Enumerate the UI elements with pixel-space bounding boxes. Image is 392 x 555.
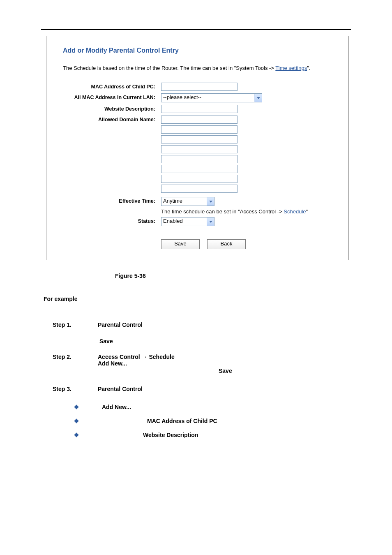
bullet-3: Website Description xyxy=(75,432,392,438)
intro-suffix: ". xyxy=(307,65,310,71)
allowed-domain-input-7[interactable] xyxy=(161,175,238,183)
bullet-1: Add New... xyxy=(75,404,392,410)
step-3-text: Parental Control xyxy=(98,386,348,392)
allowed-domain-input-2[interactable] xyxy=(161,125,238,134)
schedule-intro: The Schedule is based on the time of the… xyxy=(63,65,344,71)
status-select[interactable]: Enabled xyxy=(161,217,214,226)
effective-time-select[interactable]: Anytime xyxy=(161,197,214,206)
step-2-label: Step 2. xyxy=(53,354,98,367)
header-rule xyxy=(41,29,351,30)
example-heading: For example xyxy=(44,296,392,302)
chevron-down-icon xyxy=(254,94,262,102)
label-allowed-domain: Allowed Domain Name: xyxy=(63,116,161,123)
step-row-3: Step 3. Parental Control xyxy=(53,386,348,392)
status-selected: Enabled xyxy=(161,217,207,226)
bullet-2-text: MAC Address of Child PC xyxy=(147,418,217,424)
diamond-icon xyxy=(74,419,78,423)
all-mac-select[interactable]: --please select-- xyxy=(161,93,262,102)
mac-child-input[interactable] xyxy=(161,83,238,91)
save-button[interactable]: Save xyxy=(161,239,200,249)
diamond-icon xyxy=(74,405,78,409)
example-rule xyxy=(44,304,93,304)
back-button[interactable]: Back xyxy=(207,239,246,249)
label-website-desc: Website Description: xyxy=(63,105,161,112)
allowed-domain-input-8[interactable] xyxy=(161,185,238,193)
step-row-2: Step 2. Access Control → Schedule Add Ne… xyxy=(53,354,348,367)
chevron-down-icon xyxy=(207,217,214,226)
effective-time-selected: Anytime xyxy=(161,197,207,206)
step-2-save: Save xyxy=(219,368,392,374)
schedule-link[interactable]: Schedule xyxy=(284,208,306,215)
figure-caption: Figure 5-36 xyxy=(115,273,392,279)
step-3-label: Step 3. xyxy=(53,386,98,392)
label-effective-time: Effective Time: xyxy=(63,197,161,204)
allowed-domain-input-3[interactable] xyxy=(161,135,238,143)
step-1-save: Save xyxy=(99,338,392,345)
label-all-mac: All MAC Address In Current LAN: xyxy=(63,93,161,100)
intro-prefix: The Schedule is based on the time of the… xyxy=(63,65,275,71)
label-status: Status: xyxy=(63,217,161,224)
hint-suffix: " xyxy=(306,208,308,215)
allowed-domain-stack xyxy=(161,116,344,194)
bullets-block: Add New... MAC Address of Child PC Websi… xyxy=(75,404,392,438)
time-settings-link[interactable]: Time settings xyxy=(275,65,307,71)
step-1-label: Step 1. xyxy=(53,321,98,328)
all-mac-selected: --please select-- xyxy=(161,94,254,102)
step-2-text: Access Control → Schedule Add New... xyxy=(98,354,348,367)
chevron-down-icon xyxy=(207,197,214,206)
website-desc-input[interactable] xyxy=(161,105,238,113)
allowed-domain-input-4[interactable] xyxy=(161,145,238,153)
allowed-domain-input-1[interactable] xyxy=(161,116,238,124)
step-row-1: Step 1. Parental Control xyxy=(53,321,348,328)
step-1-text: Parental Control xyxy=(98,321,348,328)
diamond-icon xyxy=(74,432,78,437)
parental-control-panel: Add or Modify Parental Control Entry The… xyxy=(46,36,349,260)
label-mac-child: MAC Address of Child PC: xyxy=(63,83,161,90)
panel-title: Add or Modify Parental Control Entry xyxy=(63,47,344,54)
bullet-2: MAC Address of Child PC xyxy=(75,418,392,424)
allowed-domain-input-6[interactable] xyxy=(161,165,238,173)
hint-prefix: The time schedule can be set in "Access … xyxy=(161,208,284,215)
allowed-domain-input-5[interactable] xyxy=(161,155,238,163)
bullet-1-text: Add New... xyxy=(102,404,131,410)
effective-time-hint: The time schedule can be set in "Access … xyxy=(161,208,344,215)
bullet-3-text: Website Description xyxy=(143,432,198,438)
